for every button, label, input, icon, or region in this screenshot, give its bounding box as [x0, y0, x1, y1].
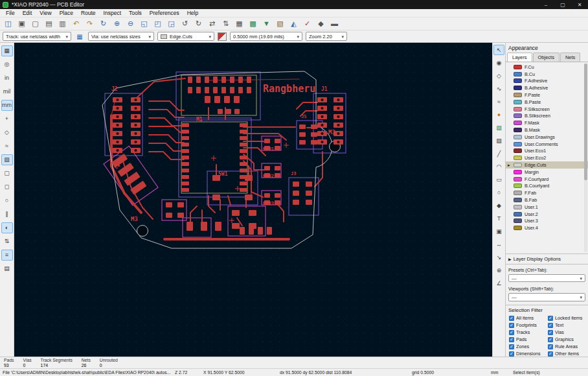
- menu-place[interactable]: Place: [56, 10, 77, 16]
- layer-color-swatch[interactable]: [514, 107, 522, 112]
- User.Eco1[interactable]: User.Eco1: [506, 148, 588, 155]
- User.2[interactable]: User.2: [506, 211, 588, 218]
- filter-all-items[interactable]: All items: [509, 315, 548, 321]
- schematic-editor-icon[interactable]: ▧: [274, 18, 286, 29]
- circle-icon[interactable]: ○: [493, 187, 504, 198]
- B.Mask[interactable]: B.Mask: [506, 126, 588, 134]
- layer-pair-indicator-icon[interactable]: [218, 32, 227, 41]
- grid-icon[interactable]: ▦: [1, 45, 13, 56]
- dimension-icon[interactable]: ↔: [493, 239, 504, 250]
- track-width-combo[interactable]: Track: use netclass width: [3, 32, 71, 41]
- layer-color-swatch[interactable]: [514, 128, 522, 132]
- User.Comments[interactable]: User.Comments: [506, 141, 588, 148]
- User.Drawings[interactable]: User.Drawings: [506, 134, 588, 141]
- checkbox-checked-icon[interactable]: [509, 351, 514, 357]
- mirror-h-icon[interactable]: ⇄: [206, 18, 218, 29]
- via-icon[interactable]: ●: [493, 110, 504, 120]
- layers-scrollbar[interactable]: [584, 64, 587, 252]
- tab-objects[interactable]: Objects: [533, 53, 560, 62]
- refresh-icon[interactable]: ↻: [97, 18, 109, 29]
- active-layer-combo[interactable]: Edge.Cuts: [157, 32, 214, 41]
- layer-color-swatch[interactable]: [514, 198, 522, 202]
- layer-color-swatch[interactable]: [514, 183, 522, 188]
- checkbox-checked-icon[interactable]: [548, 337, 553, 342]
- board-setup-icon[interactable]: ▣: [16, 18, 28, 29]
- filter-other-items[interactable]: Other items: [548, 351, 587, 357]
- layer-color-swatch[interactable]: [514, 78, 522, 83]
- checkbox-checked-icon[interactable]: [548, 323, 553, 328]
- track-outline-icon[interactable]: ∥: [1, 209, 13, 220]
- layer-color-swatch[interactable]: [514, 156, 522, 160]
- route-diff-pair-icon[interactable]: ≈: [493, 97, 504, 107]
- User.1[interactable]: User.1: [506, 204, 588, 211]
- ratsnest-icon[interactable]: ◇: [1, 127, 13, 138]
- local-ratsnest-icon[interactable]: ◇: [493, 71, 504, 81]
- filter-footprints[interactable]: Footprints: [509, 322, 548, 328]
- leader-icon[interactable]: ↘: [493, 252, 504, 263]
- pcb-canvas[interactable]: RangbheruJ2J1J5M1M3NEO1NEO2NEO3J3SW1M3C4: [14, 43, 492, 357]
- rotate-ccw-icon[interactable]: ↺: [179, 18, 191, 29]
- redo-icon[interactable]: ↷: [84, 18, 96, 29]
- layer-display-options[interactable]: ▶ Layer Display Options: [506, 253, 588, 264]
- layer-color-swatch[interactable]: [514, 121, 522, 125]
- layer-color-swatch[interactable]: [514, 93, 522, 97]
- flip-board-icon[interactable]: ⇅: [1, 236, 13, 247]
- rotate-cw-icon[interactable]: ↻: [192, 18, 205, 29]
- Edge.Cuts[interactable]: Edge.Cuts: [506, 161, 588, 169]
- Margin[interactable]: Margin: [506, 169, 588, 176]
- layer-color-swatch[interactable]: [514, 205, 522, 209]
- layers-manager-icon[interactable]: ≡: [1, 250, 13, 261]
- layer-color-swatch[interactable]: [514, 86, 522, 90]
- undo-icon[interactable]: ↶: [70, 18, 82, 29]
- layer-color-swatch[interactable]: [514, 148, 522, 153]
- layer-color-swatch[interactable]: [514, 142, 522, 147]
- zoom-combo[interactable]: Zoom 2.20: [306, 32, 347, 41]
- F.Cu[interactable]: F.Cu: [506, 64, 588, 71]
- units-mil-icon[interactable]: mil: [1, 86, 13, 97]
- tab-nets[interactable]: Nets: [560, 53, 580, 62]
- layer-color-swatch[interactable]: [514, 135, 522, 139]
- plot-icon[interactable]: ▥: [56, 18, 69, 29]
- filter-text[interactable]: Text: [548, 322, 587, 328]
- checkbox-checked-icon[interactable]: [509, 323, 514, 328]
- scrollbar-thumb[interactable]: [584, 64, 587, 180]
- arc-icon[interactable]: ◠: [493, 161, 504, 172]
- zone-fill-icon[interactable]: ▨: [1, 154, 13, 165]
- filter-graphics[interactable]: Graphics: [548, 336, 587, 342]
- layer-color-swatch[interactable]: [514, 218, 522, 223]
- auto-track-width-icon[interactable]: ▦: [74, 32, 85, 41]
- B.Paste[interactable]: B.Paste: [506, 99, 588, 106]
- filter-locked-items[interactable]: Locked items: [548, 315, 587, 321]
- B.Silkscreen[interactable]: B.Silkscreen: [506, 113, 588, 120]
- B.Fab[interactable]: B.Fab: [506, 196, 588, 204]
- User.Eco2[interactable]: User.Eco2: [506, 154, 588, 161]
- rule-area-icon[interactable]: ▨: [493, 135, 504, 146]
- filter-zones[interactable]: Zones: [509, 344, 548, 349]
- textbox-icon[interactable]: ▣: [493, 226, 504, 237]
- B.Adhesive[interactable]: B.Adhesive: [506, 84, 588, 91]
- layer-color-swatch[interactable]: [514, 100, 522, 104]
- filter-dimensions[interactable]: Dimensions: [509, 351, 548, 357]
- select-icon[interactable]: ↖: [493, 45, 504, 55]
- F.Fab[interactable]: F.Fab: [506, 189, 588, 196]
- page-settings-icon[interactable]: ▢: [29, 18, 41, 29]
- minimize-button[interactable]: –: [537, 0, 554, 9]
- menu-view[interactable]: View: [36, 10, 55, 16]
- via-size-combo[interactable]: Via: use netclass sizes: [88, 32, 154, 41]
- text-icon[interactable]: T: [493, 213, 504, 224]
- layer-color-swatch[interactable]: [514, 191, 522, 195]
- 3d-viewer-icon[interactable]: ◭: [288, 18, 300, 29]
- menu-help[interactable]: Help: [183, 10, 202, 16]
- highlight-net-icon[interactable]: ◉: [493, 58, 504, 68]
- rect-icon[interactable]: ▭: [493, 174, 504, 185]
- User.3[interactable]: User.3: [506, 218, 588, 225]
- zoom-selection-icon[interactable]: ◲: [165, 18, 177, 29]
- zone-icon[interactable]: ▧: [493, 123, 504, 133]
- filter-pads[interactable]: Pads: [509, 336, 548, 342]
- layer-color-swatch[interactable]: [514, 72, 522, 76]
- checkbox-checked-icon[interactable]: [548, 316, 553, 321]
- route-track-icon[interactable]: ∿: [493, 84, 504, 94]
- polar-grid-icon[interactable]: ◎: [1, 59, 13, 70]
- F.Adhesive[interactable]: F.Adhesive: [506, 78, 588, 85]
- menu-route[interactable]: Route: [77, 10, 100, 16]
